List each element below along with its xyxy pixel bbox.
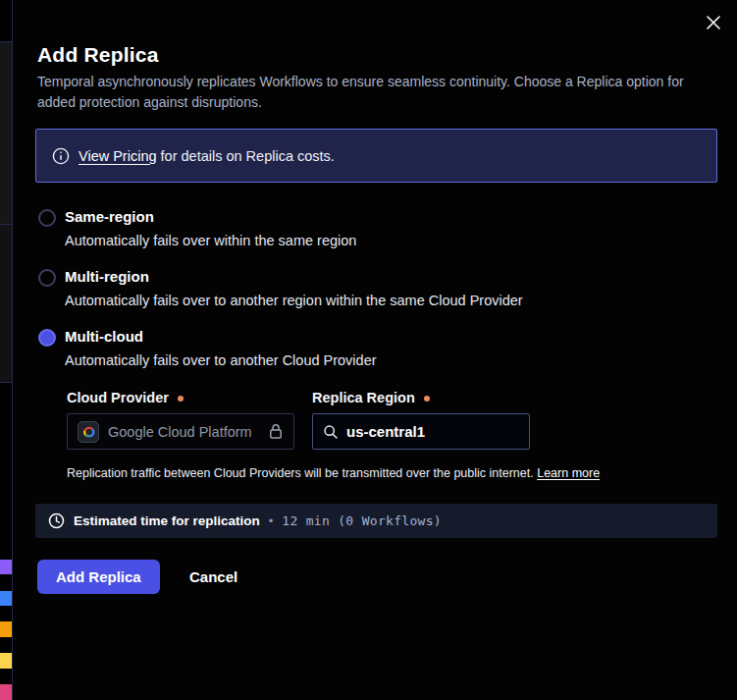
estimate-separator: •	[269, 513, 274, 528]
estimate-label: Estimated time for replication	[74, 513, 260, 528]
screen: Add Replica Temporal asynchronously repl…	[0, 0, 737, 700]
modal-title: Add Replica	[37, 43, 159, 67]
required-dot	[178, 396, 184, 402]
pricing-banner-text: for details on Replica costs.	[157, 148, 335, 164]
close-icon[interactable]	[699, 8, 728, 37]
view-pricing-link[interactable]: View Pricing	[79, 148, 157, 164]
yellow-swatch	[0, 653, 12, 669]
option-label[interactable]: Multi-region	[65, 268, 149, 285]
gcp-logo-icon	[78, 421, 99, 443]
required-dot	[424, 396, 430, 402]
option-label[interactable]: Multi-cloud	[65, 328, 143, 345]
orange-swatch	[0, 621, 12, 637]
option-description: Automatically fails over to another Clou…	[65, 352, 377, 368]
background-panel	[0, 42, 12, 224]
clock-icon	[48, 512, 65, 529]
cloud-provider-value: Google Cloud Platform	[108, 424, 252, 440]
pink-swatch	[0, 684, 12, 700]
replica-region-field	[312, 413, 530, 450]
info-icon	[52, 147, 70, 165]
divider	[0, 382, 13, 383]
cancel-button[interactable]: Cancel	[182, 560, 245, 594]
cloud-provider-label: Cloud Provider	[67, 390, 184, 405]
option-description: Automatically fails over within the same…	[65, 233, 356, 248]
modal-description: Temporal asynchronously replicates Workf…	[37, 72, 712, 113]
blue-swatch	[0, 591, 12, 606]
option-description: Automatically fails over to another regi…	[65, 293, 523, 308]
lock-icon	[268, 423, 284, 440]
divider	[0, 41, 13, 42]
divider	[0, 224, 13, 225]
search-icon	[323, 424, 339, 440]
radio-multi-cloud[interactable]	[38, 329, 56, 347]
learn-more-link[interactable]: Learn more	[537, 466, 600, 480]
add-replica-modal: Add Replica Temporal asynchronously repl…	[13, 0, 737, 700]
estimate-value: 12 min (0 Workflows)	[282, 513, 442, 528]
pricing-info-banner: View Pricing for details on Replica cost…	[35, 129, 717, 183]
replica-region-label: Replica Region	[312, 390, 430, 405]
radio-multi-region[interactable]	[38, 269, 56, 287]
purple-swatch	[0, 560, 12, 574]
background-page-sliver	[0, 0, 13, 700]
radio-same-region[interactable]	[38, 209, 56, 227]
replica-region-input[interactable]	[346, 423, 503, 440]
cloud-provider-select[interactable]: Google Cloud Platform	[67, 413, 294, 450]
estimate-banner: Estimated time for replication • 12 min …	[35, 504, 717, 538]
option-label[interactable]: Same-region	[65, 208, 154, 225]
add-replica-button[interactable]: Add Replica	[37, 560, 160, 594]
background-panel	[0, 225, 12, 382]
traffic-note: Replication traffic between Cloud Provid…	[67, 466, 600, 480]
